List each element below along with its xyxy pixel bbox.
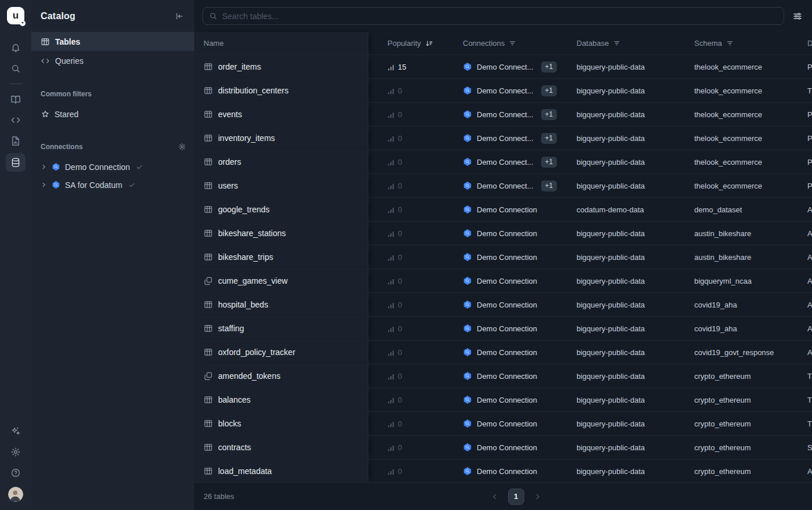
page-number-button[interactable]: 1 xyxy=(508,489,524,505)
name-cell: balances xyxy=(194,388,368,411)
app-logo-glyph: u xyxy=(13,10,19,20)
help-icon[interactable] xyxy=(6,464,26,482)
sidebar-item-stared[interactable]: Stared xyxy=(31,105,194,123)
table-row[interactable]: amended_tokens 0 Demo Connection bigquer… xyxy=(194,364,812,388)
connections-cell: Demo Connect... +1 xyxy=(458,174,572,197)
schema-cell: crypto_ethereum xyxy=(690,460,804,482)
view-settings-icon[interactable] xyxy=(791,10,804,23)
table-footer: 26 tables 1 xyxy=(194,482,812,510)
schema-cell: thelook_ecommerce xyxy=(690,79,804,102)
table-row[interactable]: inventory_items 0 Demo Connect... +1 big… xyxy=(194,126,812,150)
user-avatar[interactable] xyxy=(8,487,23,502)
popularity-cell: 0 xyxy=(368,198,458,221)
database-cell: bigquery-public-data xyxy=(572,436,690,459)
table-row[interactable]: cume_games_view 0 Demo Connection bigque… xyxy=(194,269,812,292)
sort-descending-icon[interactable] xyxy=(425,39,433,48)
table-row[interactable]: staffing 0 Demo Connection bigquery-publ… xyxy=(194,316,812,340)
popularity-bars-icon xyxy=(387,325,394,332)
description-cell: A xyxy=(804,460,812,482)
report-file-icon[interactable] xyxy=(6,132,26,150)
popularity-bars-icon xyxy=(387,396,394,404)
icon-rail: u xyxy=(0,0,31,510)
search-tables-input[interactable] xyxy=(222,12,778,21)
popularity-cell: 0 xyxy=(368,364,458,388)
search-icon xyxy=(209,12,217,20)
section-label-common-filters: Common filters xyxy=(41,90,92,98)
table-row[interactable]: order_items 15 Demo Connect... +1 bigque… xyxy=(194,55,812,78)
connections-cell: Demo Connection xyxy=(458,198,572,221)
table-row[interactable]: bikeshare_stations 0 Demo Connection big… xyxy=(194,221,812,245)
book-icon[interactable] xyxy=(6,91,26,108)
name-cell: bikeshare_stations xyxy=(194,222,368,245)
table-name: cume_games_view xyxy=(218,276,288,285)
bigquery-icon xyxy=(463,395,472,404)
table-row[interactable]: users 0 Demo Connect... +1 bigquery-publ… xyxy=(194,173,812,197)
table-row[interactable]: contracts 0 Demo Connection bigquery-pub… xyxy=(194,435,812,459)
bigquery-icon xyxy=(463,133,472,143)
popularity-cell: 0 xyxy=(368,341,458,364)
connection-item-demo-connection[interactable]: Demo Connection xyxy=(31,158,194,176)
extra-connections-badge: +1 xyxy=(541,133,557,144)
table-row[interactable]: hospital_beds 0 Demo Connection bigquery… xyxy=(194,292,812,316)
table-row[interactable]: blocks 0 Demo Connection bigquery-public… xyxy=(194,411,812,435)
extra-connections-badge: +1 xyxy=(541,85,557,96)
database-icon[interactable] xyxy=(6,153,26,172)
connections-cell: Demo Connection xyxy=(458,245,572,269)
table-row[interactable]: balances 0 Demo Connection bigquery-publ… xyxy=(194,388,812,411)
popularity-bars-icon xyxy=(387,111,394,118)
schema-cell: crypto_ethereum xyxy=(690,388,804,411)
sidebar-item-queries[interactable]: Queries xyxy=(31,51,194,70)
description-cell: S xyxy=(804,436,812,459)
bell-icon[interactable] xyxy=(6,39,26,56)
sparkles-icon[interactable] xyxy=(6,422,26,440)
bigquery-icon xyxy=(463,157,472,167)
table-row[interactable]: orders 0 Demo Connect... +1 bigquery-pub… xyxy=(194,150,812,173)
connection-name: Demo Connection xyxy=(477,372,537,381)
popularity-bars-icon xyxy=(387,182,394,190)
table-row[interactable]: bikeshare_trips 0 Demo Connection bigque… xyxy=(194,245,812,269)
previous-page-icon[interactable] xyxy=(489,491,501,502)
database-cell: codatum-demo-data xyxy=(572,198,690,221)
table-icon xyxy=(204,348,213,357)
database-cell: bigquery-public-data xyxy=(572,317,690,340)
extra-connections-badge: +1 xyxy=(541,180,557,191)
popularity-cell: 0 xyxy=(368,317,458,340)
table-icon xyxy=(204,62,213,71)
description-cell: P xyxy=(804,103,812,126)
settings-gear-icon[interactable] xyxy=(6,443,26,461)
sidebar-item-tables[interactable]: Tables xyxy=(31,32,194,51)
popularity-cell: 15 xyxy=(368,55,458,78)
search-icon[interactable] xyxy=(6,60,26,77)
code-icon[interactable] xyxy=(6,111,26,129)
connections-cell: Demo Connection xyxy=(458,460,572,482)
filter-icon[interactable] xyxy=(509,39,516,47)
column-header-connections: Connections xyxy=(458,32,572,55)
bigquery-icon xyxy=(463,300,472,309)
app-logo[interactable]: u xyxy=(7,7,24,24)
table-row[interactable]: oxford_policy_tracker 0 Demo Connection … xyxy=(194,340,812,364)
schema-cell: thelook_ecommerce xyxy=(690,126,804,150)
name-cell: load_metadata xyxy=(194,460,368,482)
table-count: 26 tables xyxy=(204,492,234,501)
filter-icon[interactable] xyxy=(613,39,621,47)
schema-cell: covid19_aha xyxy=(690,293,804,316)
popularity-bars-icon xyxy=(387,444,394,451)
popularity-cell: 0 xyxy=(368,388,458,411)
connection-item-sa-for-codatum[interactable]: SA for Codatum xyxy=(31,176,194,194)
description-cell: A xyxy=(804,222,812,245)
bigquery-icon xyxy=(463,324,472,333)
table-row[interactable]: distribution_centers 0 Demo Connect... +… xyxy=(194,78,812,102)
popularity-cell: 0 xyxy=(368,79,458,102)
description-cell: A xyxy=(804,293,812,316)
table-row[interactable]: events 0 Demo Connect... +1 bigquery-pub… xyxy=(194,102,812,126)
popularity-value: 15 xyxy=(398,63,406,71)
table-row[interactable]: google_trends 0 Demo Connection codatum-… xyxy=(194,197,812,221)
database-cell: bigquery-public-data xyxy=(572,79,690,102)
connections-settings-icon[interactable] xyxy=(178,143,186,151)
collapse-sidebar-icon[interactable] xyxy=(172,9,186,23)
next-page-icon[interactable] xyxy=(532,491,543,502)
table-name: staffing xyxy=(218,324,244,333)
filter-icon[interactable] xyxy=(726,39,734,47)
name-cell: oxford_policy_tracker xyxy=(194,341,368,364)
table-row[interactable]: load_metadata 0 Demo Connection bigquery… xyxy=(194,459,812,482)
